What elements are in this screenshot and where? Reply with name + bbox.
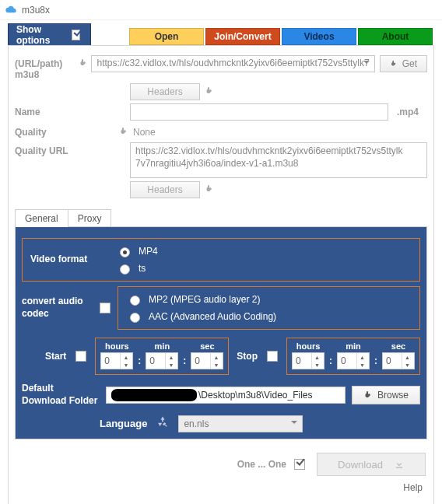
tab-about[interactable]: About — [358, 28, 433, 45]
browse-button[interactable]: Browse — [352, 386, 420, 404]
show-options-toggle[interactable]: Show options — [8, 23, 91, 45]
url-input[interactable]: https://c32.vidlox.tv/hls/oudvhmckntk2yi… — [91, 55, 374, 72]
help-link[interactable]: Help — [15, 482, 427, 493]
translate-icon — [155, 415, 170, 432]
redacted-path — [111, 389, 197, 401]
language-select[interactable]: en.nls — [178, 415, 303, 432]
subtab-strip: General Proxy — [15, 209, 427, 227]
app-logo-icon — [5, 4, 17, 16]
stop-hours[interactable]: ▲▼ — [292, 352, 324, 369]
pointer-icon — [203, 83, 216, 99]
video-format-group: Video format MP4 ts — [22, 238, 420, 282]
stop-label: Stop — [237, 351, 258, 362]
quality-url-label: Quality URL — [15, 142, 114, 156]
window-title: m3u8x — [22, 5, 50, 16]
audio-codec-label: convert audio codec — [22, 296, 92, 320]
get-button[interactable]: Get — [380, 55, 427, 72]
audio-codec-aac[interactable]: AAC (Advanced Audio Coding) — [126, 310, 276, 323]
audio-codec-mp2[interactable]: MP2 (MPEG audio layer 2) — [126, 293, 276, 306]
quality-url-value[interactable]: https://c32.vidlox.tv/hls/oudvhmckntk2yi… — [130, 142, 427, 178]
subtab-general[interactable]: General — [15, 209, 68, 227]
start-enable[interactable] — [75, 351, 86, 362]
headers-button-top[interactable]: Headers — [130, 83, 200, 100]
headers-button-bottom[interactable]: Headers — [130, 181, 200, 198]
download-folder-path[interactable]: \Desktop\m3u8\Video_Files — [106, 387, 346, 404]
video-format-ts[interactable]: ts — [116, 262, 158, 275]
quality-label: Quality — [15, 124, 114, 138]
stop-min[interactable]: ▲▼ — [337, 352, 370, 369]
url-label: (URL/path) m3u8 — [15, 55, 75, 80]
stop-time-group: hours ▲▼ : min ▲▼ : sec ▲▼ — [286, 338, 420, 375]
tab-join[interactable]: Join/Convert — [205, 28, 280, 45]
pointer-icon — [363, 390, 373, 401]
audio-codec-enable[interactable] — [100, 303, 110, 313]
tab-videos[interactable]: Videos — [282, 28, 356, 45]
video-format-label: Video format — [30, 254, 108, 266]
pointer-icon — [79, 55, 88, 71]
subtab-proxy[interactable]: Proxy — [68, 209, 112, 227]
show-options-label: Show options — [16, 24, 62, 46]
one-one-checkbox[interactable] — [294, 459, 305, 470]
download-folder-label: Default Download Folder — [22, 383, 100, 407]
language-label: Language — [100, 418, 147, 429]
start-hours[interactable]: ▲▼ — [100, 352, 133, 369]
name-input[interactable] — [130, 103, 388, 121]
video-format-mp4[interactable]: MP4 — [116, 245, 158, 257]
file-extension-label: .mp4 — [388, 103, 427, 117]
top-tabstrip: Show options Open Join/Convert Videos Ab… — [8, 23, 434, 45]
download-button[interactable]: Download — [317, 453, 426, 476]
name-label: Name — [15, 103, 114, 117]
tab-open[interactable]: Open — [129, 28, 204, 45]
quality-value: None — [133, 124, 156, 138]
stop-enable[interactable] — [267, 351, 278, 362]
pointer-icon — [203, 181, 216, 197]
main-panel: (URL/path) m3u8 https://c32.vidlox.tv/hl… — [8, 45, 434, 504]
show-options-checkbox[interactable] — [72, 30, 80, 40]
pointer-icon — [118, 124, 130, 139]
download-icon — [394, 459, 405, 470]
start-label: Start — [45, 351, 66, 362]
stop-sec[interactable]: ▲▼ — [382, 352, 415, 369]
general-panel: Video format MP4 ts convert audio codec — [15, 226, 427, 439]
start-sec[interactable]: ▲▼ — [191, 352, 223, 369]
start-time-group: hours ▲▼ : min ▲▼ : sec ▲▼ — [95, 338, 229, 375]
one-one-toggle[interactable]: One ... One — [237, 457, 307, 472]
window-titlebar: m3u8x — [0, 0, 442, 20]
start-min[interactable]: ▲▼ — [146, 352, 178, 369]
pointer-icon — [390, 59, 398, 68]
